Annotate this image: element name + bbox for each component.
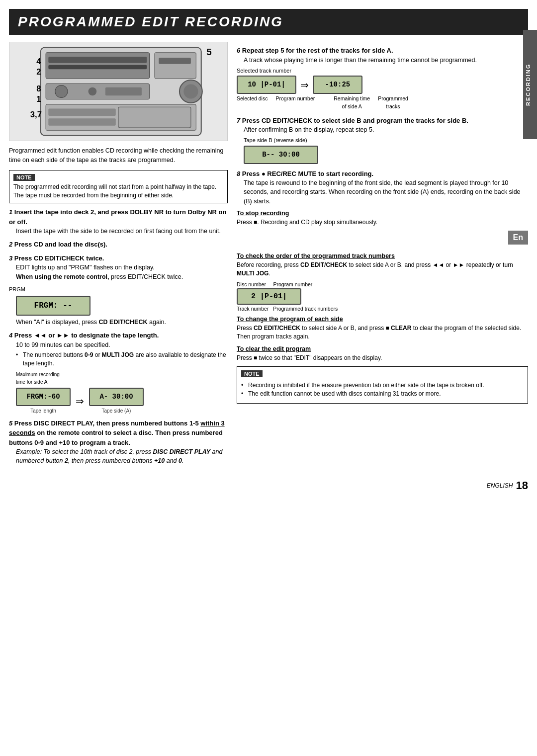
english-label: ENGLISH <box>487 482 513 489</box>
note-label-1: NOTE <box>13 174 35 181</box>
svg-text:3,7: 3,7 <box>30 110 42 119</box>
check-order-display: Disc number Program number 2 |P-01| Trac… <box>237 281 528 312</box>
step-7: 7 Press CD EDIT/CHECK to select side B a… <box>237 116 528 164</box>
svg-rect-2 <box>48 57 147 63</box>
svg-rect-3 <box>48 65 147 69</box>
note-box-1: NOTE The programmed edit recording will … <box>9 170 228 204</box>
svg-text:5: 5 <box>206 47 211 57</box>
svg-rect-4 <box>155 53 196 79</box>
step-4: 4 Press ◄◄ or ►► to designate the tape l… <box>9 331 228 414</box>
page-footer: ENGLISH 18 <box>0 474 537 497</box>
page-title: PROGRAMMED EDIT RECORDING <box>18 14 283 30</box>
to-clear-program: To clear the edit program Press ■ twice … <box>237 345 528 362</box>
lcd-step3: FRGM: -- <box>16 296 228 316</box>
svg-text:4: 4 <box>36 57 41 66</box>
svg-rect-12 <box>48 118 115 126</box>
to-change-program: To change the program of each side Press… <box>237 316 528 341</box>
step-6: 6 Repeat step 5 for the rest of the trac… <box>237 46 528 111</box>
svg-text:8: 8 <box>36 84 41 93</box>
note-box-2: NOTE Recording is inhibited if the erasu… <box>237 366 528 404</box>
to-stop-recording: To stop recording Press ■. Recording and… <box>237 210 528 227</box>
svg-point-8 <box>89 87 97 96</box>
step-5: 5 Press DISC DIRECT PLAY, then press num… <box>9 419 228 466</box>
svg-rect-13 <box>118 107 191 128</box>
step-1: 1 Insert the tape into deck 2, and press… <box>9 207 228 236</box>
note2-bullets: Recording is inhibited if the erasure pr… <box>241 381 524 398</box>
prgm-label: PRGM <box>9 284 228 294</box>
device-image: 4 2 8 1 3,7 5 <box>9 42 228 141</box>
en-badge: En <box>508 231 528 245</box>
step-3: 3 Press CD EDIT/CHECK twice. EDIT lights… <box>9 253 228 327</box>
svg-rect-5 <box>159 58 191 64</box>
to-check-order: To check the order of the programmed tra… <box>237 252 528 312</box>
note-label-2: NOTE <box>241 370 263 377</box>
recording-sidebar-label: RECORDING <box>523 30 537 139</box>
step6-display: 10 |P-01| ⇒ -10:25 <box>237 76 528 94</box>
left-column: 4 2 8 1 3,7 5 Programmed edit function e… <box>9 35 228 469</box>
svg-text:2: 2 <box>36 67 41 77</box>
note-text-1: The programmed edit recording will not s… <box>13 183 223 200</box>
svg-text:1: 1 <box>36 94 41 104</box>
lcd-step4-area: Maximum recordingtime for side A FRGM:-6… <box>16 371 228 415</box>
svg-point-15 <box>183 84 198 98</box>
step-2: 2 Press CD and load the disc(s). <box>9 240 228 250</box>
page-number: 18 <box>516 479 528 492</box>
svg-point-7 <box>55 85 68 97</box>
page-header: PROGRAMMED EDIT RECORDING <box>9 9 528 35</box>
step-8: 8 Press ● REC/REC MUTE to start recordin… <box>237 169 528 206</box>
intro-text: Programmed edit function enables CD reco… <box>9 146 228 165</box>
svg-rect-11 <box>48 108 115 116</box>
right-column: 6 Repeat step 5 for the rest of the trac… <box>237 35 528 469</box>
svg-rect-9 <box>105 87 142 96</box>
